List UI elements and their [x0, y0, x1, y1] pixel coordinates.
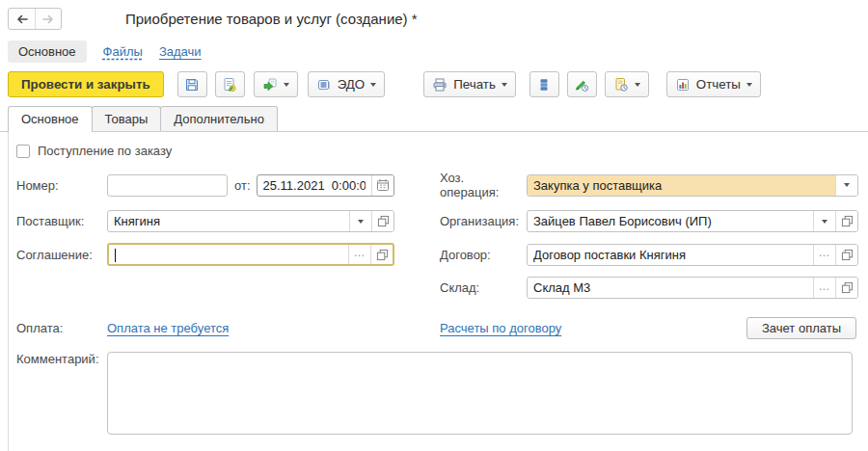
dropdown-caret-icon — [284, 83, 289, 87]
post-and-close-button[interactable]: Провести и закрыть — [8, 71, 164, 97]
contract-settlements-link[interactable]: Расчеты по договору — [440, 321, 561, 335]
comment-label: Комментарий: — [16, 352, 107, 366]
forward-arrow-icon — [41, 12, 56, 27]
dropdown-caret-icon — [358, 220, 364, 224]
dropdown-caret-icon — [370, 83, 376, 87]
contract-open-button[interactable] — [835, 245, 857, 265]
contract-choose-button[interactable]: … — [813, 245, 835, 265]
post-document-icon — [222, 77, 237, 93]
warehouse-open-button[interactable] — [835, 278, 857, 298]
warehouse-label: Склад: — [440, 280, 527, 295]
date-field-group — [257, 174, 394, 197]
back-arrow-icon — [14, 12, 30, 27]
calendar-icon — [376, 178, 390, 192]
section-nav: Основное Файлы Задачи — [0, 30, 868, 63]
window-header: Приобретение товаров и услуг (создание) … — [0, 0, 868, 30]
organization-dropdown-button[interactable] — [813, 211, 835, 231]
agreement-input[interactable] — [116, 245, 348, 264]
dropdown-caret-icon — [502, 83, 507, 87]
document-register-button[interactable] — [529, 71, 559, 97]
open-in-window-icon — [376, 249, 389, 261]
create-based-on-button[interactable] — [254, 71, 298, 97]
document-clock-icon — [613, 77, 629, 93]
contract-input[interactable] — [528, 245, 813, 265]
date-input[interactable] — [258, 175, 371, 196]
supplier-label: Поставщик: — [16, 214, 107, 228]
edo-button-label: ЭДО — [338, 77, 366, 92]
operation-select-input[interactable] — [528, 175, 835, 196]
organization-field-group — [527, 210, 858, 232]
contract-field-group: … — [527, 244, 858, 266]
page-title: Приобретение товаров и услуг (создание) … — [125, 11, 418, 27]
agreement-choose-button[interactable]: … — [348, 245, 370, 264]
comment-row: Комментарий: — [16, 352, 868, 435]
tab-additional[interactable]: Дополнительно — [160, 106, 278, 131]
payment-offset-button[interactable]: Зачет оплаты — [746, 317, 856, 339]
date-label: от: — [234, 178, 251, 193]
organization-open-button[interactable] — [835, 211, 857, 231]
edo-icon — [316, 77, 332, 93]
post-document-button[interactable] — [215, 71, 245, 97]
open-in-window-icon — [841, 249, 854, 261]
pen-clock-icon — [574, 77, 589, 93]
open-in-window-icon — [377, 215, 390, 227]
save-icon — [184, 77, 200, 93]
form-row: Склад: … — [16, 277, 868, 299]
checkbox-box[interactable] — [16, 145, 30, 158]
number-label: Номер: — [16, 178, 107, 193]
payment-label: Оплата: — [16, 321, 107, 335]
organization-label: Организация: — [440, 214, 527, 228]
dropdown-caret-icon — [822, 220, 827, 224]
reports-button[interactable]: Отчеты — [666, 71, 761, 97]
edit-schedule-button[interactable] — [567, 71, 597, 97]
printer-icon — [432, 77, 448, 93]
operation-label: Хоз. операция: — [440, 171, 527, 199]
contract-label: Договор: — [440, 248, 527, 262]
history-nav — [8, 8, 62, 30]
deferred-document-button[interactable] — [605, 71, 649, 97]
supplier-open-button[interactable] — [371, 211, 393, 231]
warehouse-input[interactable] — [528, 278, 813, 298]
payment-row: Оплата: Оплата не требуется Расчеты по д… — [16, 317, 868, 339]
open-in-window-icon — [841, 281, 854, 294]
warehouse-choose-button[interactable]: … — [813, 278, 835, 298]
agreement-label: Соглашение: — [16, 248, 107, 262]
tab-main[interactable]: Основное — [8, 106, 93, 132]
tab-page-main: Поступление по заказу Номер: от: Хоз. оп… — [8, 132, 868, 451]
nav-item-main[interactable]: Основное — [8, 40, 87, 63]
dropdown-caret-icon — [635, 83, 640, 87]
checkbox-label: Поступление по заказу — [38, 144, 172, 158]
operation-dropdown-button[interactable] — [835, 175, 857, 196]
print-button-label: Печать — [453, 77, 496, 92]
agreement-field-group: … — [107, 243, 394, 266]
save-button[interactable] — [177, 71, 207, 97]
back-button[interactable] — [9, 9, 35, 29]
payment-not-required-link[interactable]: Оплата не требуется — [107, 321, 229, 335]
document-tabs: Основное Товары Дополнительно — [0, 106, 868, 132]
print-button[interactable]: Печать — [423, 71, 516, 97]
open-in-window-icon — [841, 215, 854, 227]
register-stack-icon — [536, 77, 552, 93]
command-bar: Провести и закрыть ЭДО Печать — [0, 63, 868, 97]
form-row: Номер: от: Хоз. операция: — [16, 171, 868, 199]
form-row: Поставщик: Организация: — [16, 210, 868, 232]
nav-item-files[interactable]: Файлы — [103, 44, 143, 59]
comment-textarea[interactable] — [107, 352, 853, 435]
reports-button-label: Отчеты — [696, 77, 741, 92]
tab-goods[interactable]: Товары — [92, 106, 162, 131]
supplier-dropdown-button[interactable] — [349, 211, 371, 231]
supplier-input[interactable] — [108, 211, 349, 231]
warehouse-field-group: … — [527, 277, 858, 299]
edo-button[interactable]: ЭДО — [308, 71, 386, 97]
create-based-on-icon — [262, 77, 278, 93]
form-row: Соглашение: … Договор: … — [16, 243, 868, 266]
agreement-open-button[interactable] — [370, 245, 393, 264]
calendar-picker-button[interactable] — [371, 175, 393, 196]
organization-input[interactable] — [528, 211, 813, 231]
forward-button[interactable] — [35, 9, 61, 29]
number-input[interactable] — [108, 175, 227, 196]
number-field-group — [107, 174, 228, 197]
receipt-by-order-checkbox[interactable]: Поступление по заказу — [16, 144, 868, 158]
operation-field-group — [527, 174, 858, 197]
nav-item-tasks[interactable]: Задачи — [159, 44, 202, 59]
